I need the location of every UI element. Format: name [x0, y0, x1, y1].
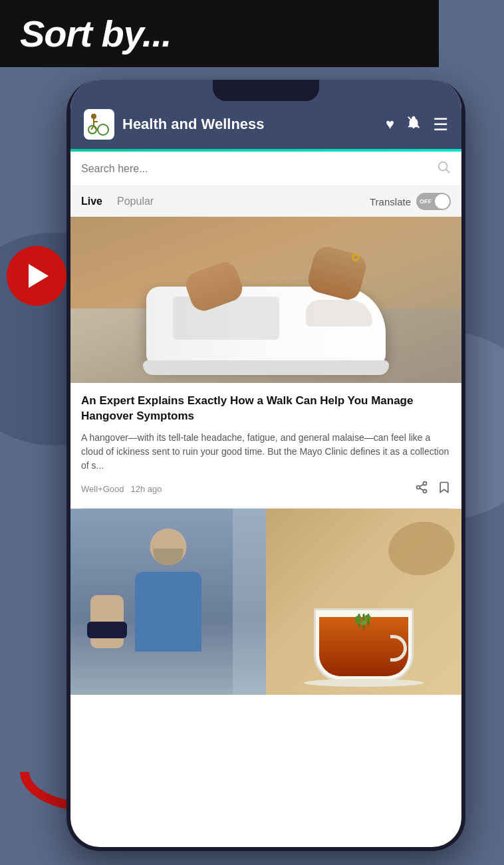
toggle-knob	[435, 194, 449, 209]
app-title: Health and Wellness	[122, 116, 378, 133]
phone-frame: Health and Wellness ♥ ☰	[66, 80, 465, 851]
wall-panel	[233, 509, 266, 695]
article-time: 12h ago	[130, 484, 162, 494]
man-head	[150, 529, 187, 565]
man-figure-bg	[70, 509, 266, 695]
grid-item-man	[70, 509, 266, 695]
svg-line-13	[420, 488, 424, 490]
bell-icon[interactable]	[406, 115, 421, 134]
svg-point-12	[424, 489, 427, 493]
header-icons: ♥ ☰	[386, 115, 448, 134]
tab-popular[interactable]: Popular	[117, 193, 160, 210]
article-actions	[415, 481, 451, 497]
sneaker-sole	[143, 360, 389, 375]
phone-notch	[213, 80, 319, 101]
translate-label: Translate	[370, 196, 411, 207]
svg-point-0	[91, 114, 96, 119]
toggle-off-label: OFF	[420, 198, 432, 205]
bookmark-icon[interactable]	[438, 481, 451, 497]
heart-icon[interactable]: ♥	[386, 116, 394, 133]
svg-line-14	[420, 484, 424, 486]
svg-line-9	[446, 170, 449, 173]
grid-item-tea	[266, 509, 461, 695]
play-triangle-icon	[29, 264, 49, 288]
search-icon[interactable]	[436, 160, 451, 178]
logo-svg	[86, 111, 112, 138]
tea-scene-bg	[266, 509, 461, 695]
tab-live[interactable]: Live	[81, 193, 109, 210]
sort-header-banner: Sort by...	[0, 0, 439, 67]
tabs-bar: Live Popular Translate OFF	[70, 186, 461, 217]
tea-saucer	[304, 679, 424, 687]
article-meta: Well+Good 12h ago	[81, 481, 451, 497]
translate-toggle[interactable]: OFF	[416, 193, 451, 210]
search-input[interactable]	[81, 163, 430, 175]
article-source: Well+Good	[81, 484, 124, 494]
grid-section	[70, 509, 461, 695]
article-content: An Expert Explains Exactly How a Walk Ca…	[70, 383, 461, 508]
man-arm	[90, 595, 124, 648]
search-bar	[70, 152, 461, 186]
app-logo	[84, 109, 114, 140]
article-excerpt: A hangover—with its tell-tale headache, …	[81, 431, 451, 473]
svg-point-10	[424, 482, 427, 485]
sort-header-text: Sort by...	[20, 13, 172, 55]
sneaker-scene	[70, 217, 461, 383]
svg-point-8	[439, 162, 447, 171]
play-button[interactable]	[7, 246, 66, 306]
article-hero-image	[70, 217, 461, 383]
svg-point-11	[417, 485, 420, 489]
translate-section: Translate OFF	[370, 193, 451, 210]
man-shirt	[135, 572, 201, 652]
tea-herbs	[358, 614, 370, 630]
article-title: An Expert Explains Exactly How a Walk Ca…	[81, 394, 451, 424]
svg-point-5	[98, 124, 108, 135]
share-icon[interactable]	[415, 481, 428, 497]
menu-icon[interactable]: ☰	[433, 116, 448, 133]
bp-cuff	[87, 622, 127, 638]
phone-screen: Health and Wellness ♥ ☰	[70, 80, 461, 847]
sneaker-heel	[306, 300, 372, 326]
